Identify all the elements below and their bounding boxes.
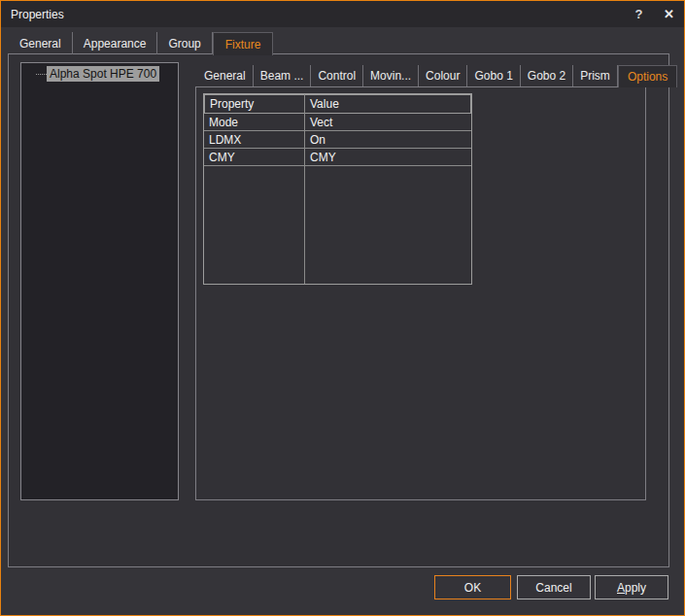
property-table[interactable]: Property Value Mode Vect LDMX On CMY CMY (203, 93, 472, 285)
property-cell: CMY (204, 149, 305, 165)
table-row[interactable]: CMY CMY (204, 149, 471, 166)
tab-moving[interactable]: Movin... (363, 65, 419, 86)
dialog-tab-strip: General Appearance Group Fixture (9, 32, 273, 54)
tab-gobo2[interactable]: Gobo 2 (521, 65, 573, 86)
header-property: Property (204, 94, 305, 114)
table-column-divider (304, 94, 305, 284)
tree-item-alpha-spot-hpe-700[interactable]: Alpha Spot HPE 700 (21, 66, 178, 82)
ok-button[interactable]: OK (434, 575, 511, 599)
titlebar[interactable]: Properties ? ✕ (1, 1, 684, 27)
options-tab-page: Property Value Mode Vect LDMX On CMY CMY (195, 86, 646, 500)
table-row[interactable]: LDMX On (204, 131, 471, 149)
value-cell[interactable]: Vect (305, 114, 471, 130)
apply-button-label: Apply (617, 581, 646, 595)
tree-branch-line (36, 74, 47, 75)
dialog-tab-appearance[interactable]: Appearance (73, 32, 158, 54)
apply-button[interactable]: Apply (595, 575, 668, 599)
value-cell[interactable]: CMY (305, 149, 471, 165)
fixture-tree[interactable]: Alpha Spot HPE 700 (20, 62, 179, 500)
help-icon: ? (635, 7, 643, 21)
cancel-button[interactable]: Cancel (517, 575, 591, 599)
header-value: Value (304, 94, 471, 114)
properties-dialog: Properties ? ✕ General Appearance Group … (0, 0, 685, 616)
dialog-tab-fixture[interactable]: Fixture (213, 32, 274, 55)
property-cell: Mode (204, 114, 305, 130)
tab-control[interactable]: Control (311, 65, 363, 86)
tab-options[interactable]: Options (618, 65, 677, 87)
fixture-tab-page: Alpha Spot HPE 700 General Beam ... Cont… (8, 53, 669, 567)
table-row[interactable]: Mode Vect (204, 114, 471, 131)
close-button[interactable]: ✕ (654, 1, 684, 27)
ok-button-label: OK (464, 581, 481, 595)
table-header-row: Property Value (204, 94, 471, 114)
help-button[interactable]: ? (624, 1, 654, 27)
close-icon: ✕ (664, 7, 674, 21)
dialog-tab-general[interactable]: General (9, 32, 73, 54)
tab-beam[interactable]: Beam ... (254, 65, 312, 86)
tab-general[interactable]: General (197, 65, 254, 86)
dialog-tab-group[interactable]: Group (157, 32, 212, 54)
cancel-button-label: Cancel (535, 581, 571, 595)
tab-colour[interactable]: Colour (419, 65, 467, 86)
value-cell[interactable]: On (305, 131, 471, 148)
tree-item-label: Alpha Spot HPE 700 (47, 66, 159, 82)
tab-gobo1[interactable]: Gobo 1 (467, 65, 520, 86)
tab-prism[interactable]: Prism (573, 65, 618, 86)
property-cell: LDMX (204, 131, 305, 148)
window-title: Properties (1, 8, 64, 21)
titlebar-buttons: ? ✕ (624, 1, 684, 27)
fixture-sub-tab-strip: General Beam ... Control Movin... Colour… (197, 65, 677, 86)
